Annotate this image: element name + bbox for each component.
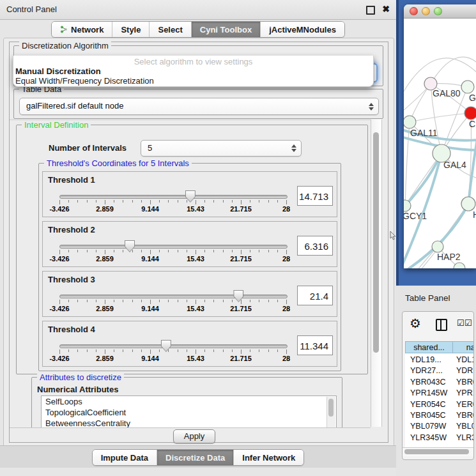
network-node-ga[interactable] bbox=[461, 81, 474, 93]
column-header-shared-name[interactable]: shared... bbox=[405, 341, 453, 353]
tab-style[interactable]: Style bbox=[112, 22, 150, 37]
panel-scrollbar[interactable] bbox=[371, 119, 382, 427]
list-scrollbar-thumb[interactable] bbox=[328, 399, 334, 417]
table-row[interactable]: YER054CYER0 bbox=[405, 399, 474, 410]
slider-tick bbox=[178, 200, 178, 203]
slider-tick-label: 21.715 bbox=[230, 305, 252, 312]
tab-network[interactable]: Network bbox=[52, 22, 112, 37]
column-header-name[interactable]: name bbox=[452, 341, 474, 353]
network-node-hap2[interactable] bbox=[432, 241, 443, 252]
table-data-combo[interactable]: galFiltered.sif default node bbox=[19, 98, 379, 115]
slider-tick bbox=[213, 349, 214, 352]
network-canvas[interactable]: GAL80GACGAL11GAL4GCY1HHAP2 bbox=[404, 19, 476, 268]
bottom-tab-strip: Impute DataDiscretize DataInfer Network bbox=[0, 445, 396, 468]
slider-tick bbox=[114, 349, 114, 352]
column-layout-icon[interactable] bbox=[436, 319, 447, 331]
slider-tick bbox=[204, 300, 205, 302]
slider-tick bbox=[159, 300, 160, 302]
slider-tick bbox=[159, 200, 160, 203]
table-hscrollbar[interactable] bbox=[403, 447, 473, 456]
minimize-traffic-light[interactable] bbox=[422, 7, 430, 15]
slider-track[interactable] bbox=[59, 344, 288, 348]
popup-option-manual-discretization[interactable]: Manual Discretization bbox=[13, 66, 373, 76]
slider-tick bbox=[132, 250, 133, 252]
threshold-value-field[interactable]: 6.316 bbox=[297, 236, 333, 256]
network-edge bbox=[405, 122, 410, 206]
tab-label: Select bbox=[158, 25, 182, 35]
checkbox-icon[interactable]: ☑ bbox=[464, 318, 472, 328]
slider-tick bbox=[87, 250, 88, 252]
gear-icon[interactable]: ⚙ bbox=[410, 316, 421, 331]
tab-jactivemnodules[interactable]: jActiveMNodules bbox=[261, 22, 344, 37]
slider-tick bbox=[178, 300, 178, 302]
threshold-value-field[interactable]: 14.713 bbox=[297, 186, 333, 206]
threshold-value-field[interactable]: 21.4 bbox=[297, 286, 333, 305]
slider-tick bbox=[241, 349, 242, 354]
table-row[interactable]: YDR27...YDR2 bbox=[405, 365, 474, 376]
threshold-value-field[interactable]: 11.344 bbox=[297, 335, 333, 355]
close-traffic-light[interactable] bbox=[410, 7, 418, 15]
list-scrollbar[interactable] bbox=[326, 397, 335, 427]
float-window-icon[interactable] bbox=[366, 6, 375, 15]
num-intervals-combo[interactable]: 5 bbox=[141, 140, 302, 157]
tab-cyni-toolbox[interactable]: Cyni Toolbox bbox=[192, 22, 261, 37]
slider-handle[interactable] bbox=[125, 240, 135, 252]
slider-track[interactable] bbox=[59, 295, 288, 298]
table-row[interactable]: YDL19...YDL1 bbox=[405, 355, 474, 365]
slider-tick bbox=[232, 250, 233, 252]
tab-impute-data[interactable]: Impute Data bbox=[93, 450, 157, 465]
slider-tick bbox=[87, 349, 88, 352]
apply-button[interactable]: Apply bbox=[173, 429, 215, 443]
tab-infer-network[interactable]: Infer Network bbox=[234, 450, 303, 465]
tab-discretize-data[interactable]: Discretize Data bbox=[157, 450, 234, 465]
slider-tick-label: 28 bbox=[282, 255, 290, 263]
attribute-list-item[interactable]: TopologicalCoefficient bbox=[42, 407, 336, 418]
slider-tick bbox=[241, 300, 242, 304]
table-row[interactable]: YIL052CYIL0 bbox=[405, 443, 474, 444]
slider-tick-label: 9.144 bbox=[141, 305, 159, 312]
slider-tick bbox=[259, 300, 259, 302]
spinner-arrows-icon bbox=[291, 144, 296, 152]
table-row[interactable]: YPR145WYPR1 bbox=[405, 388, 474, 399]
slider-tick bbox=[105, 200, 105, 204]
slider-tick bbox=[114, 200, 114, 203]
attribute-list-item[interactable]: SelfLoops bbox=[42, 396, 336, 407]
table-row[interactable]: YBR043CYBR0 bbox=[405, 377, 474, 388]
network-window-titlebar[interactable] bbox=[404, 4, 476, 19]
table-row[interactable]: YLR345WYLR3 bbox=[405, 433, 474, 443]
attribute-list-item[interactable]: BetweennessCentrality bbox=[42, 418, 336, 428]
slider-handle[interactable] bbox=[161, 340, 171, 352]
zoom-traffic-light[interactable] bbox=[434, 7, 442, 15]
panel-scrollbar-thumb[interactable] bbox=[373, 132, 379, 353]
slider-tick bbox=[68, 200, 69, 203]
slider-tick bbox=[232, 300, 233, 302]
network-node-h[interactable] bbox=[461, 197, 475, 211]
table-cell: YBL079W bbox=[410, 421, 452, 432]
table-row[interactable]: YBL079WYBL0 bbox=[405, 421, 474, 432]
slider-tick bbox=[268, 349, 269, 352]
slider-tick bbox=[168, 250, 169, 252]
network-node-red-node[interactable] bbox=[464, 107, 476, 119]
tab-select[interactable]: Select bbox=[150, 22, 191, 37]
checkbox-icon[interactable]: ☑ bbox=[457, 318, 464, 328]
slider-tick bbox=[87, 300, 88, 302]
table-cell: YBR043C bbox=[410, 377, 452, 388]
slider-handle[interactable] bbox=[233, 290, 243, 302]
network-node-gal11[interactable] bbox=[404, 116, 416, 128]
slider-tick bbox=[286, 200, 287, 204]
slider-tick-label: 15.43 bbox=[187, 255, 204, 263]
slider-tick bbox=[123, 250, 123, 252]
table-cell: YPR1 bbox=[456, 388, 474, 399]
slider-tick bbox=[59, 250, 60, 254]
slider-track[interactable] bbox=[59, 245, 288, 249]
table-row[interactable]: YBR045CYBR0 bbox=[405, 410, 474, 421]
popup-option-equal-width-frequency-discretization[interactable]: Equal Width/Frequency Discretization bbox=[13, 76, 373, 86]
slider-tick bbox=[132, 200, 133, 203]
table-hscrollbar-thumb[interactable] bbox=[404, 449, 469, 454]
table-panel-title: Table Panel bbox=[405, 293, 450, 303]
slider-track[interactable] bbox=[59, 195, 288, 199]
network-node-node-br[interactable] bbox=[454, 263, 465, 268]
slider-tick bbox=[286, 300, 287, 304]
close-icon[interactable]: ✖ bbox=[382, 4, 390, 14]
slider-tick bbox=[141, 349, 142, 352]
